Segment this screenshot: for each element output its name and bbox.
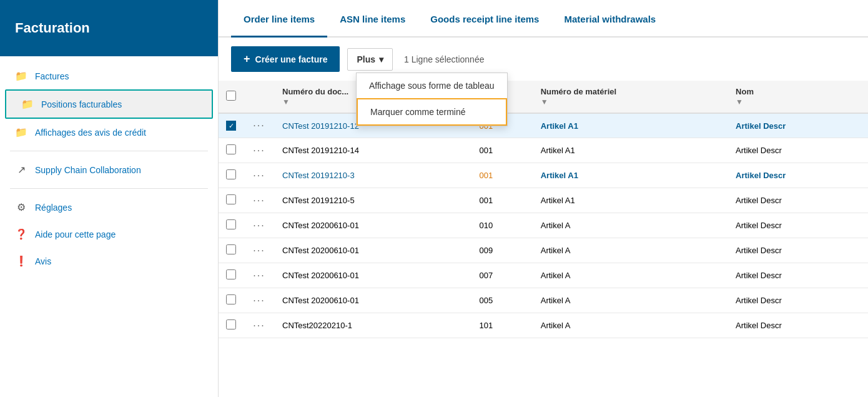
row-checkbox[interactable]: [226, 269, 236, 279]
gear-icon: ⚙: [15, 201, 27, 213]
chevron-down-icon: ▾: [379, 54, 383, 64]
external-link-icon: ↗: [15, 164, 27, 176]
row-nom: Artikel Descr: [728, 213, 868, 238]
row-checkbox[interactable]: [226, 169, 236, 179]
dropdown-menu: Affichage sous forme de tableau Marquer …: [356, 73, 508, 126]
row-nom: Artikel Descr: [728, 238, 868, 263]
row-checkbox-cell: [219, 163, 244, 188]
row-checkbox[interactable]: [226, 244, 236, 254]
row-checkbox[interactable]: [226, 144, 236, 154]
col-nom: Nom ▼: [728, 81, 868, 113]
row-actions[interactable]: ···: [244, 238, 275, 263]
row-nom: Artikel Descr: [728, 188, 868, 213]
sidebar-item-label: Aide pour cette page: [35, 229, 116, 239]
sidebar-item-avis[interactable]: ❗ Avis: [0, 248, 218, 274]
col-actions: [244, 81, 275, 113]
row-materiel: Artikel A1: [533, 113, 728, 138]
dropdown-item-marquer-termine[interactable]: Marquer comme terminé: [357, 98, 507, 126]
sidebar-item-supply-chain[interactable]: ↗ Supply Chain Collaboration: [0, 156, 218, 183]
sidebar-divider-2: [10, 188, 208, 189]
table-row: ✓···CNTest 20191210-12001Artikel A1Artik…: [219, 113, 868, 138]
create-button-label: Créer une facture: [255, 54, 328, 64]
row-actions[interactable]: ···: [244, 113, 275, 138]
row-actions[interactable]: ···: [244, 263, 275, 288]
select-all-checkbox[interactable]: [226, 91, 236, 101]
table-container: Numéro du doc... ▼ Numéro de matériel ▼ …: [219, 81, 868, 397]
sidebar-item-label: Réglages: [35, 203, 72, 213]
row-checkbox-cell: [219, 313, 244, 338]
sidebar-item-factures[interactable]: 📁 Factures: [0, 63, 218, 89]
row-doc-number: CNTest 20200610-01: [275, 238, 472, 263]
table-row: ···CNTest 20200610-01005Artikel AArtikel…: [219, 288, 868, 313]
row-col3: 005: [472, 288, 533, 313]
row-actions[interactable]: ···: [244, 288, 275, 313]
filter-icon[interactable]: ▼: [541, 98, 721, 106]
plus-icon: +: [244, 53, 250, 66]
row-nom: Artikel Descr: [728, 288, 868, 313]
sidebar-header: Facturation: [0, 0, 218, 56]
tab-goods-receipt-line-items[interactable]: Goods receipt line items: [418, 0, 551, 38]
sidebar-item-reglages[interactable]: ⚙ Réglages: [0, 194, 218, 221]
row-doc-number: CNTest 20191210-5: [275, 188, 472, 213]
tab-order-line-items[interactable]: Order line items: [231, 0, 327, 38]
row-materiel: Artikel A: [533, 213, 728, 238]
row-checkbox[interactable]: [226, 219, 236, 229]
row-doc-number: CNTest20220210-1: [275, 313, 472, 338]
filter-icon[interactable]: ▼: [736, 98, 861, 106]
row-doc-number: CNTest 20200610-01: [275, 288, 472, 313]
row-materiel: Artikel A1: [533, 188, 728, 213]
sidebar: Facturation 📁 Factures 📁 Positions factu…: [0, 0, 219, 397]
table-row: ···CNTest 20191210-5001Artikel A1Artikel…: [219, 188, 868, 213]
table-row: ···CNTest20220210-1101Artikel AArtikel D…: [219, 313, 868, 338]
sidebar-nav: 📁 Factures 📁 Positions facturables 📁 Aff…: [0, 56, 218, 397]
row-nom: Artikel Descr: [728, 263, 868, 288]
row-col3: 101: [472, 313, 533, 338]
row-col3: 001: [472, 188, 533, 213]
selection-status: 1 Ligne sélectionnée: [404, 54, 484, 64]
col-numero-materiel: Numéro de matériel ▼: [533, 81, 728, 113]
row-checkbox-cell: [219, 188, 244, 213]
table-row: ···CNTest 20191210-14001Artikel A1Artike…: [219, 138, 868, 163]
row-doc-number: CNTest 20191210-3: [275, 163, 472, 188]
sidebar-item-label: Supply Chain Collaboration: [35, 165, 141, 175]
table-body: ✓···CNTest 20191210-12001Artikel A1Artik…: [219, 113, 868, 338]
row-nom: Artikel Descr: [728, 313, 868, 338]
sidebar-item-affichages-avis[interactable]: 📁 Affichages des avis de crédit: [0, 119, 218, 146]
row-nom: Artikel Descr: [728, 113, 868, 138]
row-doc-number: CNTest 20200610-01: [275, 213, 472, 238]
folder-icon: 📁: [15, 126, 27, 138]
help-icon: ❓: [15, 228, 27, 240]
col-checkbox: [219, 81, 244, 113]
row-materiel: Artikel A: [533, 288, 728, 313]
row-col3: 009: [472, 238, 533, 263]
folder-icon: 📁: [21, 98, 34, 110]
row-checkbox[interactable]: [226, 194, 236, 204]
row-nom: Artikel Descr: [728, 138, 868, 163]
create-invoice-button[interactable]: + Créer une facture: [231, 46, 340, 72]
row-checkbox[interactable]: [226, 319, 236, 329]
sidebar-title: Facturation: [15, 20, 90, 36]
sidebar-item-label: Affichages des avis de crédit: [35, 128, 146, 138]
row-checkbox-cell: ✓: [219, 113, 244, 138]
tab-material-withdrawals[interactable]: Material withdrawals: [551, 0, 668, 38]
sidebar-item-positions-facturables[interactable]: 📁 Positions facturables: [5, 89, 213, 119]
row-materiel: Artikel A1: [533, 138, 728, 163]
row-materiel: Artikel A: [533, 313, 728, 338]
row-checkbox-cell: [219, 288, 244, 313]
checkbox-checked[interactable]: ✓: [226, 121, 236, 131]
row-actions[interactable]: ···: [244, 138, 275, 163]
plus-dropdown-button[interactable]: Plus ▾: [347, 48, 393, 71]
row-checkbox-cell: [219, 138, 244, 163]
row-actions[interactable]: ···: [244, 313, 275, 338]
row-actions[interactable]: ···: [244, 188, 275, 213]
main-content: Order line items ASN line items Goods re…: [219, 0, 868, 397]
tab-asn-line-items[interactable]: ASN line items: [327, 0, 418, 38]
row-actions[interactable]: ···: [244, 213, 275, 238]
dropdown-item-affichage-tableau[interactable]: Affichage sous forme de tableau: [357, 73, 507, 98]
row-actions[interactable]: ···: [244, 163, 275, 188]
sidebar-item-aide[interactable]: ❓ Aide pour cette page: [0, 221, 218, 248]
row-materiel: Artikel A1: [533, 163, 728, 188]
table-row: ···CNTest 20200610-01009Artikel AArtikel…: [219, 238, 868, 263]
row-col3: 010: [472, 213, 533, 238]
row-checkbox[interactable]: [226, 294, 236, 304]
